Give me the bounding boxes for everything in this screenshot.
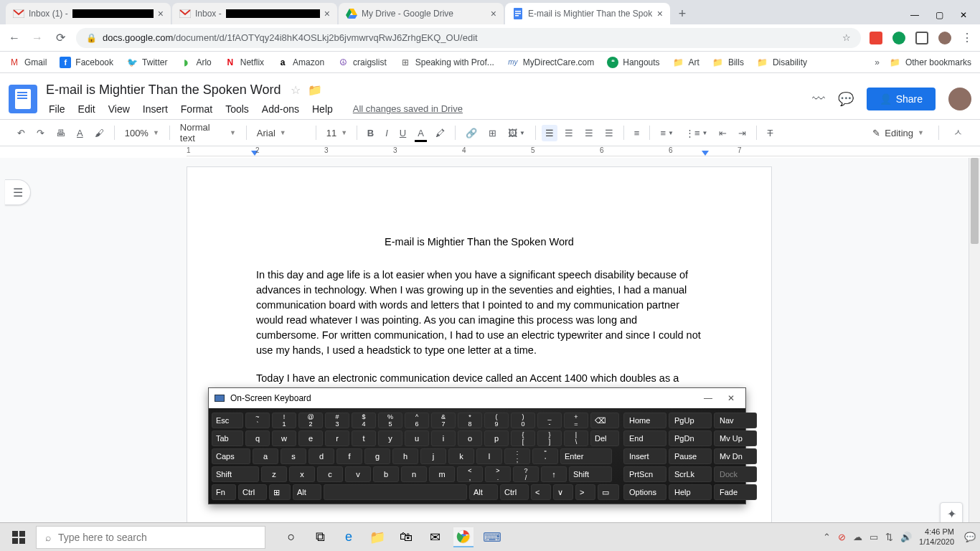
bookmark-mydirectcare[interactable]: myMyDirectCare.com xyxy=(507,57,594,68)
osk-minimize-button[interactable]: — xyxy=(699,393,717,403)
key-" '[interactable]: "' xyxy=(532,448,558,464)
bookmark-facebook[interactable]: fFacebook xyxy=(60,57,113,68)
clear-format-button[interactable]: T xyxy=(763,125,777,141)
menu-edit[interactable]: Edit xyxy=(72,100,101,118)
bullet-list-button[interactable]: ⋮≡▼ xyxy=(681,125,712,141)
document-title[interactable]: E-mail is Mightier Than the Spoken Word xyxy=(43,81,283,99)
italic-button[interactable]: I xyxy=(381,125,392,141)
key-* 8[interactable]: *8 xyxy=(458,413,482,428)
key-Mv Up[interactable]: Mv Up xyxy=(714,430,757,446)
align-left-button[interactable]: ☰ xyxy=(542,125,557,141)
style-select[interactable]: Normal text▼ xyxy=(176,119,240,146)
bookmark-art[interactable]: 📁Art xyxy=(673,57,699,68)
clock[interactable]: 4:46 PM 1/14/2020 xyxy=(919,527,957,546)
key-Enter[interactable]: Enter xyxy=(560,448,612,464)
tab-gdocs[interactable]: E-mail is Mightier Than the Spok × xyxy=(505,3,670,24)
key-j[interactable]: j xyxy=(420,448,446,464)
key-{ [[interactable]: {[ xyxy=(511,430,535,446)
key-% 5[interactable]: %5 xyxy=(378,413,402,428)
key-t[interactable]: t xyxy=(352,430,376,446)
text-color-button[interactable]: A xyxy=(413,125,428,141)
bold-button[interactable]: B xyxy=(363,125,378,141)
key-⌫[interactable]: ⌫ xyxy=(590,413,619,428)
undo-button[interactable]: ↶ xyxy=(13,125,29,141)
key-Mv Dn[interactable]: Mv Dn xyxy=(714,448,757,464)
back-button[interactable]: ← xyxy=(7,32,22,44)
onedrive-icon[interactable]: ☁ xyxy=(853,532,862,542)
key-l[interactable]: l xyxy=(476,448,502,464)
menu-help[interactable]: Help xyxy=(306,100,339,118)
bookmark-netflix[interactable]: NNetflix xyxy=(225,57,264,68)
underline-button[interactable]: U xyxy=(395,125,410,141)
key-Pause[interactable]: Pause xyxy=(669,448,712,464)
key-▭[interactable]: ▭ xyxy=(598,484,619,500)
key-) 0[interactable]: )0 xyxy=(511,413,535,428)
key-( 9[interactable]: (9 xyxy=(484,413,509,428)
key-Dock[interactable]: Dock xyxy=(714,466,757,482)
menu-tools[interactable]: Tools xyxy=(220,100,255,118)
redo-button[interactable]: ↷ xyxy=(32,125,49,141)
key-Shift[interactable]: Shift xyxy=(212,466,259,482)
menu-format[interactable]: Format xyxy=(175,100,218,118)
minimize-button[interactable]: — xyxy=(910,10,920,20)
key-Help[interactable]: Help xyxy=(669,484,712,500)
key-u[interactable]: u xyxy=(405,430,429,446)
key-+ =[interactable]: += xyxy=(564,413,588,428)
key-@ 2[interactable]: @2 xyxy=(298,413,323,428)
key-r[interactable]: r xyxy=(325,430,349,446)
taskbar-search[interactable]: ⌕ Type here to search xyxy=(36,526,265,549)
key-< ,[interactable]: <, xyxy=(457,466,483,482)
key-v[interactable]: v xyxy=(345,466,371,482)
key-o[interactable]: o xyxy=(458,430,482,446)
store-icon[interactable]: 🛍 xyxy=(396,527,416,547)
key-PrtScn[interactable]: PrtScn xyxy=(623,466,666,482)
mode-select[interactable]: ✎Editing▼ xyxy=(868,125,928,141)
menu-view[interactable]: View xyxy=(103,100,136,118)
task-view-icon[interactable]: ⧉ xyxy=(310,527,330,547)
key-Tab[interactable]: Tab xyxy=(212,430,243,446)
maximize-button[interactable]: ▢ xyxy=(934,10,944,20)
url-input[interactable]: 🔒 docs.google.com/document/d/1fAOTYqy24i… xyxy=(76,28,861,48)
profile-avatar[interactable] xyxy=(938,32,951,44)
extension-icon[interactable] xyxy=(892,32,905,44)
key-PgDn[interactable]: PgDn xyxy=(669,430,712,446)
file-explorer-icon[interactable]: 📁 xyxy=(367,527,387,547)
account-avatar[interactable] xyxy=(948,88,971,110)
osk-titlebar[interactable]: On-Screen Keyboard — ✕ xyxy=(209,388,745,408)
key-: ;[interactable]: :; xyxy=(504,448,530,464)
bookmark-craigslist[interactable]: ☮craigslist xyxy=(337,57,387,68)
align-center-button[interactable]: ☰ xyxy=(560,125,578,141)
edge-icon[interactable]: e xyxy=(339,527,359,547)
key-a[interactable]: a xyxy=(253,448,278,464)
tab-gdrive[interactable]: My Drive - Google Drive × xyxy=(339,3,504,24)
key-End[interactable]: End xyxy=(623,430,666,446)
key-Ctrl[interactable]: Ctrl xyxy=(238,484,267,500)
docs-logo[interactable] xyxy=(9,85,37,113)
key-w[interactable]: w xyxy=(272,430,296,446)
key-q[interactable]: q xyxy=(245,430,270,446)
spellcheck-button[interactable]: A xyxy=(72,125,88,141)
key-space[interactable] xyxy=(324,484,467,500)
key-e[interactable]: e xyxy=(298,430,323,446)
reload-button[interactable]: ⟳ xyxy=(53,31,67,44)
comment-button[interactable]: ⊞ xyxy=(484,125,501,141)
bookmark-hangouts[interactable]: ❝Hangouts xyxy=(607,57,659,68)
ruler[interactable]: 1 2 3 3 4 5 6 6 7 xyxy=(0,146,980,158)
key-s[interactable]: s xyxy=(281,448,306,464)
image-button[interactable]: 🖼▼ xyxy=(504,125,529,141)
bookmark-gmail[interactable]: MGmail xyxy=(9,57,47,68)
fontsize-select[interactable]: 11▼ xyxy=(322,125,351,141)
menu-addons[interactable]: Add-ons xyxy=(256,100,305,118)
key-g[interactable]: g xyxy=(364,448,390,464)
bookmark-disability[interactable]: 📁Disability xyxy=(757,57,807,68)
notifications-icon[interactable]: 💬 xyxy=(964,532,976,542)
key-⊞[interactable]: ⊞ xyxy=(269,484,291,500)
key-Ctrl[interactable]: Ctrl xyxy=(500,484,529,500)
align-justify-button[interactable]: ☰ xyxy=(600,125,618,141)
activity-icon[interactable]: 〰 xyxy=(812,92,825,107)
close-icon[interactable]: × xyxy=(491,8,496,19)
outline-toggle-button[interactable]: ☰ xyxy=(5,179,31,205)
key-m[interactable]: m xyxy=(429,466,455,482)
close-icon[interactable]: × xyxy=(657,8,663,19)
key-& 7[interactable]: &7 xyxy=(431,413,456,428)
